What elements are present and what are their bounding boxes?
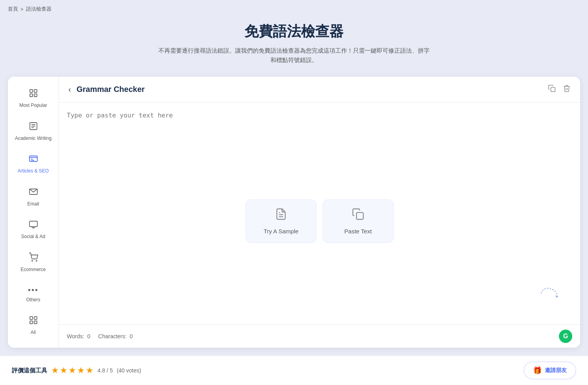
svg-rect-21 <box>34 321 37 324</box>
sidebar-item-others[interactable]: ••• Others <box>8 280 59 309</box>
social-ad-icon <box>29 220 38 231</box>
chars-value: 0 <box>130 333 133 339</box>
others-icon: ••• <box>28 286 39 295</box>
svg-point-16 <box>32 260 33 261</box>
stars: ★ ★ ★ ★ ★ <box>51 365 94 376</box>
svg-rect-20 <box>30 321 33 324</box>
academic-writing-icon <box>29 121 38 133</box>
sidebar-label-others: Others <box>26 297 40 303</box>
sidebar-item-articles-seo[interactable]: Articles & SEO <box>8 148 59 180</box>
sidebar-label-articles-seo: Articles & SEO <box>18 168 49 174</box>
svg-rect-22 <box>551 88 555 92</box>
rating-section: 評價這個工具 ★ ★ ★ ★ ★ 4.8 / 5 (40 votes) <box>12 365 141 376</box>
sidebar-label-ecommerce: Ecommerce <box>20 267 46 273</box>
tool-header-left: ‹ Grammar Checker <box>67 85 145 94</box>
sidebar-item-all[interactable]: All <box>8 310 59 341</box>
sidebar-item-most-popular[interactable]: Most Popular <box>8 83 59 114</box>
svg-point-17 <box>36 260 37 261</box>
paste-text-label: Paste Text <box>344 228 372 235</box>
try-sample-icon <box>275 208 287 223</box>
all-icon <box>29 315 38 327</box>
back-button[interactable]: ‹ <box>67 85 73 94</box>
ecommerce-icon <box>29 253 38 264</box>
sidebar-item-ecommerce[interactable]: Ecommerce <box>8 247 59 279</box>
star-1: ★ <box>51 365 59 376</box>
invite-label: 邀請朋友 <box>545 367 567 374</box>
try-sample-label: Try A Sample <box>264 228 299 235</box>
svg-rect-18 <box>30 317 33 319</box>
words-value: 0 <box>87 333 90 339</box>
breadcrumb-home[interactable]: 首頁 <box>8 6 18 13</box>
rating-score: 4.8 / 5 <box>97 367 113 374</box>
sidebar-label-email: Email <box>27 201 39 207</box>
star-4: ★ <box>77 365 85 376</box>
page-title: 免費語法檢查器 <box>8 22 580 41</box>
sidebar-label-most-popular: Most Popular <box>19 103 47 109</box>
sidebar: Most Popular Academic Writing <box>8 77 59 348</box>
svg-rect-13 <box>29 221 37 227</box>
sidebar-label-all: All <box>31 330 36 336</box>
svg-rect-1 <box>34 90 37 92</box>
footer-stats: Words: 0 Characters: 0 <box>67 333 133 339</box>
breadcrumb: 首頁 > 語法檢查器 <box>0 0 588 18</box>
tool-title: Grammar Checker <box>77 85 145 94</box>
svg-rect-2 <box>30 94 33 97</box>
action-buttons: Try A Sample Paste Text <box>246 200 393 243</box>
star-2: ★ <box>60 365 68 376</box>
sidebar-item-academic-writing[interactable]: Academic Writing <box>8 116 59 147</box>
content-area: ‹ Grammar Checker <box>59 77 580 348</box>
star-5: ★ <box>86 365 94 376</box>
star-3: ★ <box>68 365 76 376</box>
svg-rect-0 <box>30 90 33 92</box>
try-sample-button[interactable]: Try A Sample <box>246 200 316 243</box>
breadcrumb-current: 語法檢查器 <box>26 6 51 13</box>
delete-button[interactable] <box>561 83 572 96</box>
grammarly-icon: G <box>559 330 572 343</box>
sidebar-label-academic-writing: Academic Writing <box>15 136 51 142</box>
copy-button[interactable] <box>546 83 557 96</box>
articles-seo-icon <box>29 154 38 166</box>
chars-stat: Characters: 0 <box>98 333 133 339</box>
text-area-wrap: Try A Sample Paste Text <box>59 103 580 324</box>
rating-votes: (40 votes) <box>117 367 141 374</box>
svg-rect-3 <box>34 94 37 97</box>
footer-bar: Words: 0 Characters: 0 G <box>59 324 580 348</box>
most-popular-icon <box>29 88 38 100</box>
words-label: Words: <box>67 333 84 339</box>
paste-text-icon <box>352 208 364 223</box>
page-subtitle: 不再需要逐行搜尋語法錯誤。讓我們的免費語法檢查器為您完成這項工作！只需一鍵即可修… <box>156 46 432 65</box>
email-icon <box>29 187 38 199</box>
tool-header: ‹ Grammar Checker <box>59 77 580 103</box>
chars-label: Characters: <box>98 333 127 339</box>
gift-icon: 🎁 <box>533 366 542 375</box>
breadcrumb-separator: > <box>20 6 24 12</box>
svg-rect-19 <box>34 317 37 319</box>
rating-label: 評價這個工具 <box>12 367 47 374</box>
words-stat: Words: 0 <box>67 333 90 339</box>
sidebar-item-social-ad[interactable]: Social & Ad <box>8 214 59 246</box>
sidebar-label-social-ad: Social & Ad <box>21 234 45 240</box>
main-card: Most Popular Academic Writing <box>8 77 580 348</box>
tool-header-right <box>546 83 572 96</box>
decorative-swirl <box>537 282 560 303</box>
bottom-bar: 評價這個工具 ★ ★ ★ ★ ★ 4.8 / 5 (40 votes) 🎁 邀請… <box>0 356 588 385</box>
page-header: 免費語法檢查器 不再需要逐行搜尋語法錯誤。讓我們的免費語法檢查器為您完成這項工作… <box>0 18 588 77</box>
svg-rect-25 <box>356 213 363 219</box>
paste-text-button[interactable]: Paste Text <box>323 200 393 243</box>
sidebar-item-email[interactable]: Email <box>8 182 59 213</box>
invite-button[interactable]: 🎁 邀請朋友 <box>524 361 576 380</box>
